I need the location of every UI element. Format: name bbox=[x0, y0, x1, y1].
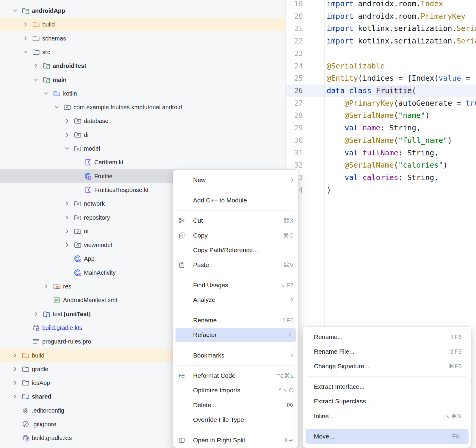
context-menu-item-reformat-code[interactable]: Reformat Code⌥⌘L bbox=[173, 368, 298, 383]
tree-item-model[interactable]: model bbox=[0, 142, 286, 155]
code-line-26: data class Fruittie( bbox=[327, 85, 416, 97]
code-token: ( bbox=[412, 86, 416, 95]
chevron-right-icon[interactable] bbox=[64, 214, 70, 221]
refactor-submenu-item-inline[interactable]: Inline...⌥⌘N bbox=[303, 409, 471, 423]
tree-item-label: Fruittie bbox=[94, 173, 112, 179]
chevron-right-icon[interactable] bbox=[33, 311, 39, 317]
code-token: ( bbox=[394, 136, 398, 145]
refactor-submenu-item-extract-interface[interactable]: Extract Interface... bbox=[303, 379, 471, 394]
menu-separator bbox=[308, 426, 466, 426]
code-line-28: @SerialName("name") bbox=[327, 109, 430, 122]
code-token: kotlinx.serialization. bbox=[358, 37, 456, 45]
chevron-down-icon[interactable] bbox=[43, 90, 49, 96]
refactor-submenu-item-rename-file[interactable]: Rename File...⇧F5 bbox=[303, 344, 471, 359]
menu-item-label: Change Signature... bbox=[314, 363, 369, 370]
code-token: name bbox=[362, 124, 380, 132]
tree-item-schemas[interactable]: schemas bbox=[0, 32, 286, 45]
code-token bbox=[327, 99, 345, 107]
tree-item-label: di bbox=[84, 131, 89, 138]
menu-shortcut: ⌥⌘L bbox=[277, 372, 298, 379]
tree-item-src[interactable]: src bbox=[0, 45, 286, 59]
context-menu-item-delete[interactable]: Delete... bbox=[173, 398, 298, 412]
chevron-right-icon[interactable] bbox=[64, 228, 70, 234]
context-menu-item-copy-path-reference[interactable]: Copy Path/Reference... bbox=[173, 243, 298, 257]
chevron-right-icon[interactable] bbox=[64, 118, 70, 124]
build-folder-icon bbox=[32, 21, 40, 28]
line-number: 26 bbox=[286, 85, 303, 97]
menu-separator bbox=[308, 376, 466, 377]
context-menu-item-override-file-type[interactable]: Override File Type bbox=[173, 412, 298, 427]
tree-item-label: build.gradle.kts bbox=[42, 324, 82, 331]
code-token: ( bbox=[394, 111, 398, 120]
context-menu-item-add-c-to-module[interactable]: Add C++ to Module bbox=[173, 193, 298, 207]
context-menu-item-rename[interactable]: Rename...⇧F6 bbox=[173, 313, 298, 327]
code-token: import bbox=[327, 37, 358, 45]
folder-icon bbox=[22, 365, 29, 373]
refactor-submenu-item-move[interactable]: Move...F6 bbox=[306, 429, 469, 444]
refactor-submenu-item-rename[interactable]: Rename...⇧F6 bbox=[303, 330, 471, 344]
chevron-right-icon[interactable] bbox=[12, 380, 18, 386]
chevron-right-icon[interactable] bbox=[12, 366, 18, 372]
code-token: ) bbox=[425, 111, 430, 120]
chevron-right-icon[interactable] bbox=[64, 201, 70, 207]
menu-item-label: Move... bbox=[314, 433, 334, 440]
line-number: 27 bbox=[286, 97, 303, 110]
chevron-down-icon[interactable] bbox=[33, 77, 39, 83]
chevron-right-icon[interactable] bbox=[64, 132, 70, 138]
chevron-right-icon[interactable] bbox=[12, 352, 18, 358]
gradle-icon bbox=[22, 434, 29, 442]
menu-shortcut: ^⌥O bbox=[279, 387, 298, 394]
tree-item-main[interactable]: main bbox=[0, 73, 286, 87]
code-token: import bbox=[327, 24, 358, 33]
tree-item-cartitem-kt[interactable]: CartItem.kt bbox=[0, 155, 286, 169]
tree-item-di[interactable]: di bbox=[0, 128, 286, 142]
code-token: SerialName bbox=[457, 37, 476, 45]
chevron-down-icon[interactable] bbox=[54, 104, 60, 110]
context-menu-item-find-usages[interactable]: Find Usages⌥F7 bbox=[173, 278, 298, 292]
context-menu-item-copy[interactable]: Copy⌘C bbox=[173, 228, 298, 243]
chevron-down-icon[interactable] bbox=[22, 49, 29, 55]
chevron-down-icon[interactable] bbox=[64, 146, 70, 152]
tree-item-com-example-fruitties-kmptutorial-android[interactable]: com.example.fruitties.kmptutorial.androi… bbox=[0, 100, 286, 114]
context-menu-item-open-in-right-split[interactable]: Open in Right Split⇧↵ bbox=[173, 433, 298, 447]
delete-key-icon bbox=[287, 402, 298, 409]
menu-separator bbox=[178, 345, 293, 345]
tree-item-androidapp[interactable]: androidApp bbox=[0, 4, 286, 18]
tree-item-label: MainActivity bbox=[84, 269, 116, 276]
menu-shortcut: ⌘X bbox=[284, 217, 298, 224]
tree-item-label: gradle bbox=[32, 366, 48, 372]
tree-item-kotlin[interactable]: kotlin bbox=[0, 87, 286, 100]
tree-item-label: FruittiesResponse.kt bbox=[94, 186, 148, 193]
refactor-submenu-item-extract-superclass[interactable]: Extract Superclass... bbox=[303, 394, 471, 409]
context-menu-item-analyze[interactable]: Analyze bbox=[173, 293, 298, 307]
text-file-icon bbox=[32, 338, 40, 345]
code-line-33: val calories: String, bbox=[327, 171, 439, 184]
chevron-down-icon[interactable] bbox=[12, 8, 18, 14]
menu-item-label: Rename... bbox=[314, 333, 343, 341]
line-number: 28 bbox=[286, 109, 303, 122]
package-icon bbox=[74, 227, 82, 235]
module-folder-icon bbox=[43, 76, 50, 84]
menu-item-label: Optimize Imports bbox=[193, 387, 240, 394]
chevron-right-icon[interactable] bbox=[64, 242, 70, 248]
chevron-right-icon[interactable] bbox=[43, 283, 49, 290]
chevron-right-icon[interactable] bbox=[22, 35, 29, 41]
refactor-submenu-item-change-signature[interactable]: Change Signature...⌘F6 bbox=[303, 359, 471, 374]
code-token: ) bbox=[447, 136, 452, 145]
context-menu-item-bookmarks[interactable]: Bookmarks bbox=[173, 348, 298, 363]
code-token: true bbox=[466, 99, 476, 107]
chevron-right-icon[interactable] bbox=[22, 21, 29, 28]
context-menu-item-optimize-imports[interactable]: Optimize Imports^⌥O bbox=[173, 383, 298, 398]
context-menu-item-cut[interactable]: Cut⌘X bbox=[173, 213, 298, 228]
menu-shortcut: ⌘C bbox=[283, 232, 298, 239]
context-menu-item-new[interactable]: New bbox=[173, 173, 298, 187]
chevron-right-icon[interactable] bbox=[12, 394, 18, 400]
tree-item-build[interactable]: build bbox=[0, 18, 286, 31]
tree-item-database[interactable]: database bbox=[0, 114, 286, 128]
kotlin-class-icon bbox=[74, 269, 82, 277]
code-token: val bbox=[345, 124, 362, 132]
context-menu-item-paste[interactable]: Paste⌘V bbox=[173, 257, 298, 272]
chevron-right-icon[interactable] bbox=[33, 63, 39, 69]
context-menu-item-refactor[interactable]: Refactor bbox=[176, 328, 296, 342]
tree-item-androidtest[interactable]: androidTest bbox=[0, 59, 286, 73]
